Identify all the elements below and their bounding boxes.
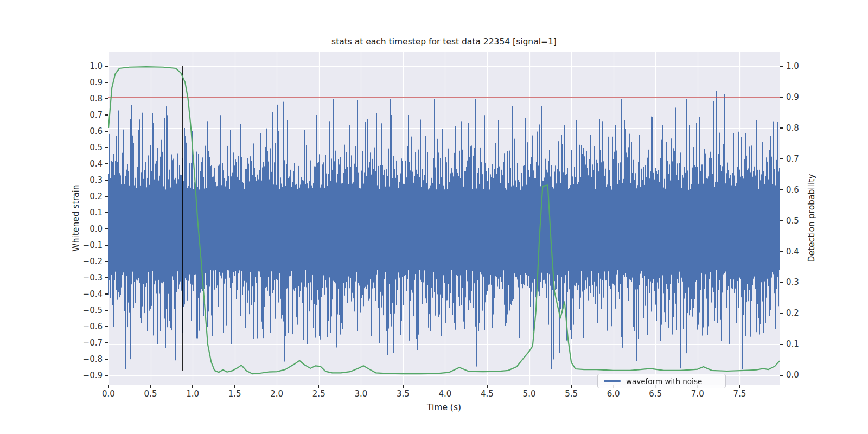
y-tick-mark-left [105, 359, 108, 359]
x-tick-label: 1.5 [223, 389, 247, 399]
y-tick-mark-left [105, 131, 108, 131]
y-tick-label-right: 0.8 [786, 123, 799, 133]
x-tick-mark [445, 385, 445, 388]
x-tick-mark [234, 385, 235, 388]
chart-title: stats at each timestep for test data 223… [108, 37, 780, 47]
x-tick-label: 2.5 [307, 389, 331, 399]
x-tick-mark [739, 385, 740, 388]
x-tick-mark [108, 385, 108, 388]
x-tick-label: 4.5 [475, 389, 499, 399]
y-tick-label-left: 0.5 [78, 143, 103, 152]
y-tick-mark-right [780, 344, 783, 344]
y-tick-label-left: 0.9 [78, 78, 103, 87]
y-tick-label-right: 0.2 [786, 308, 799, 318]
y-tick-mark-left [105, 147, 108, 148]
x-axis-label: Time (s) [108, 403, 780, 412]
y-tick-mark-left [105, 245, 108, 245]
x-tick-label: 6.5 [643, 389, 667, 399]
y-tick-mark-left [105, 212, 108, 213]
y-tick-label-left: −0.9 [78, 371, 103, 380]
y-tick-label-right: 0.0 [786, 370, 799, 380]
y-tick-label-right: 0.6 [786, 185, 799, 195]
y-tick-mark-right [780, 313, 783, 314]
y-tick-label-right: 0.5 [786, 216, 799, 226]
y-tick-mark-right [780, 158, 783, 159]
plot-area [108, 52, 780, 385]
y-tick-mark-left [105, 261, 108, 261]
y-tick-label-left: 0.4 [78, 159, 103, 169]
y-tick-mark-right [780, 127, 783, 128]
y-tick-mark-left [105, 180, 108, 180]
y-tick-mark-left [105, 375, 108, 375]
y-tick-mark-right [780, 375, 783, 375]
y-tick-label-right: 0.3 [786, 277, 799, 287]
figure: stats at each timestep for test data 223… [0, 0, 868, 434]
y-tick-label-left: −0.7 [78, 338, 103, 348]
y-tick-label-left: 0.3 [78, 175, 103, 185]
x-tick-mark [277, 385, 277, 388]
legend-label: waveform with noise [626, 377, 702, 386]
y-tick-mark-left [105, 310, 108, 310]
y-tick-label-right: 0.9 [786, 92, 799, 102]
x-tick-mark [529, 385, 529, 388]
plot-canvas [108, 52, 780, 385]
x-tick-label: 3.5 [391, 389, 415, 399]
legend: waveform with noise [597, 374, 726, 388]
y-tick-label-left: −0.5 [78, 305, 103, 315]
y-tick-mark-left [105, 326, 108, 327]
x-tick-label: 0.0 [97, 389, 120, 399]
y-tick-mark-left [105, 114, 108, 115]
y-tick-label-right: 1.0 [786, 61, 799, 71]
y-tick-mark-left [105, 66, 108, 66]
y-tick-label-left: 1.0 [78, 61, 103, 71]
y-tick-label-right: 0.7 [786, 154, 799, 164]
x-tick-label: 7.0 [686, 389, 710, 399]
x-tick-label: 5.0 [518, 389, 541, 399]
x-tick-mark [571, 385, 571, 388]
y-tick-mark-left [105, 82, 108, 82]
y-tick-label-left: 0.6 [78, 126, 103, 136]
y-tick-label-right: 0.4 [786, 247, 799, 257]
y-tick-mark-left [105, 277, 108, 278]
x-tick-label: 6.0 [602, 389, 626, 399]
x-tick-mark [403, 385, 403, 388]
x-tick-label: 4.0 [433, 389, 457, 399]
x-tick-mark [361, 385, 361, 388]
y-tick-label-left: 0.0 [78, 224, 103, 234]
y-tick-mark-left [105, 293, 108, 294]
x-tick-mark [318, 385, 319, 388]
y-tick-label-left: 0.8 [78, 94, 103, 104]
y-tick-mark-left [105, 163, 108, 164]
y-tick-label-left: −0.4 [78, 289, 103, 299]
y-tick-label-left: −0.6 [78, 322, 103, 331]
x-tick-label: 3.0 [349, 389, 373, 399]
y-tick-label-left: −0.2 [78, 257, 103, 266]
y-tick-mark-right [780, 66, 783, 66]
x-tick-mark [192, 385, 193, 388]
y-tick-mark-left [105, 98, 108, 99]
y-tick-mark-right [780, 189, 783, 190]
x-tick-label: 7.5 [727, 389, 751, 399]
y-tick-mark-right [780, 282, 783, 283]
x-tick-label: 2.0 [265, 389, 289, 399]
y-tick-mark-right [780, 220, 783, 221]
y-tick-label-right: 0.1 [786, 339, 799, 349]
y-tick-mark-right [780, 251, 783, 252]
y-tick-label-left: −0.8 [78, 354, 103, 364]
y-tick-mark-right [780, 97, 783, 97]
y-tick-mark-left [105, 228, 108, 229]
y-axis-label-right: Detection probability [807, 174, 816, 263]
legend-line-sample [604, 380, 621, 382]
y-tick-label-left: 0.7 [78, 110, 103, 120]
y-tick-label-left: −0.3 [78, 273, 103, 283]
x-tick-label: 0.5 [139, 389, 163, 399]
y-tick-label-left: 0.2 [78, 192, 103, 201]
y-tick-mark-left [105, 196, 108, 196]
y-tick-mark-left [105, 342, 108, 343]
y-tick-label-left: −0.1 [78, 240, 103, 250]
x-tick-label: 5.5 [559, 389, 583, 399]
x-tick-mark [487, 385, 487, 388]
x-tick-label: 1.0 [181, 389, 205, 399]
y-tick-label-left: 0.1 [78, 208, 103, 218]
x-tick-mark [150, 385, 151, 388]
